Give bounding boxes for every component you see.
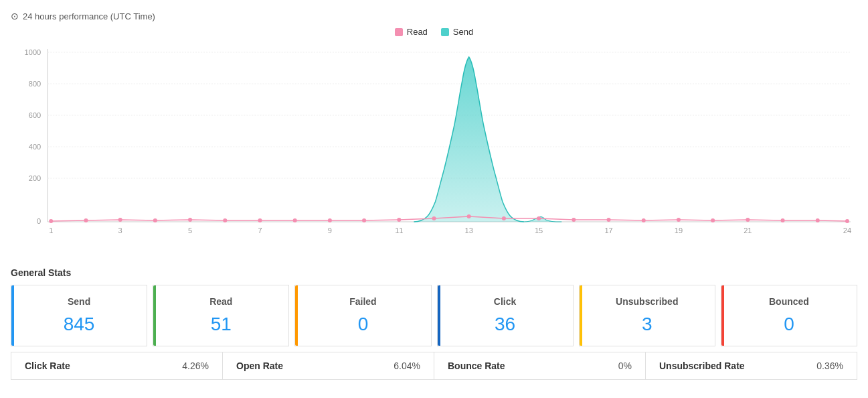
stat-value-unsubscribed: 3 <box>642 314 653 335</box>
stat-value-failed: 0 <box>358 314 369 335</box>
legend-read-label: Read <box>407 27 428 37</box>
click-rate-value: 4.26% <box>182 360 209 371</box>
stat-label-click: Click <box>494 296 516 307</box>
chart-area: 1000 800 600 400 200 0 1 3 5 7 9 11 13 <box>11 42 857 257</box>
svg-text:21: 21 <box>744 226 752 235</box>
stat-label-unsubscribed: Unsubscribed <box>616 296 678 307</box>
stat-label-read: Read <box>209 296 232 307</box>
general-stats-title: General Stats <box>11 267 857 278</box>
stat-card-send: Send 845 <box>11 285 147 346</box>
legend-send-label: Send <box>453 27 473 37</box>
svg-text:9: 9 <box>328 226 332 235</box>
svg-text:13: 13 <box>465 226 473 235</box>
stats-cards: Send 845 Read 51 Failed 0 Click 36 Unsub… <box>11 285 857 346</box>
chart-header: ⊙ 24 hours performance (UTC Time) <box>11 11 857 21</box>
unsub-rate-label: Unsubscribed Rate <box>659 360 745 371</box>
stat-card-bounced: Bounced 0 <box>721 285 857 346</box>
card-border-send <box>11 285 14 346</box>
svg-text:0: 0 <box>37 217 41 225</box>
card-border-bounced <box>721 285 724 346</box>
legend-read: Read <box>395 27 428 37</box>
unsub-rate-value: 0.36% <box>816 360 843 371</box>
card-border-read <box>153 285 156 346</box>
svg-text:11: 11 <box>395 226 403 235</box>
svg-text:600: 600 <box>29 111 41 119</box>
bounce-rate-value: 0% <box>618 360 632 371</box>
svg-text:400: 400 <box>29 143 41 151</box>
bottom-stats: Click Rate 4.26% Open Rate 6.04% Bounce … <box>11 352 857 380</box>
svg-text:800: 800 <box>29 80 41 88</box>
svg-text:24: 24 <box>843 226 851 235</box>
legend-send: Send <box>441 27 473 37</box>
stat-value-send: 845 <box>64 314 95 335</box>
click-rate-label: Click Rate <box>25 360 70 371</box>
stat-card-read: Read 51 <box>153 285 289 346</box>
bottom-stat-open-rate: Open Rate 6.04% <box>223 352 434 379</box>
clock-icon: ⊙ <box>11 11 19 21</box>
bottom-stat-click-rate: Click Rate 4.26% <box>11 352 223 379</box>
stat-value-bounced: 0 <box>784 314 794 335</box>
stat-card-failed: Failed 0 <box>294 285 431 346</box>
bottom-stat-bounce-rate: Bounce Rate 0% <box>434 352 646 379</box>
stat-label-bounced: Bounced <box>769 296 809 307</box>
stat-label-send: Send <box>68 296 90 307</box>
legend-read-dot <box>395 28 403 36</box>
svg-text:200: 200 <box>29 174 41 182</box>
stat-value-read: 51 <box>211 314 232 335</box>
stat-value-click: 36 <box>495 314 515 335</box>
open-rate-value: 6.04% <box>394 360 420 371</box>
performance-chart: 1000 800 600 400 200 0 1 3 5 7 9 11 13 <box>11 42 857 243</box>
svg-text:3: 3 <box>118 226 122 235</box>
chart-legend: Read Send <box>11 27 857 37</box>
bottom-stat-unsub-rate: Unsubscribed Rate 0.36% <box>646 352 857 379</box>
main-container: ⊙ 24 hours performance (UTC Time) Read S… <box>0 0 868 391</box>
card-border-click <box>438 285 440 346</box>
svg-text:1000: 1000 <box>25 48 41 56</box>
legend-send-dot <box>441 28 449 36</box>
stat-card-click: Click 36 <box>437 285 574 346</box>
svg-text:5: 5 <box>188 226 192 235</box>
stat-label-failed: Failed <box>349 296 376 307</box>
chart-title: 24 hours performance (UTC Time) <box>23 11 155 21</box>
bounce-rate-label: Bounce Rate <box>448 360 505 371</box>
card-border-unsubscribed <box>580 285 582 346</box>
svg-text:17: 17 <box>604 226 612 235</box>
card-border-failed <box>295 285 298 346</box>
svg-text:15: 15 <box>535 226 543 235</box>
stat-card-unsubscribed: Unsubscribed 3 <box>579 285 715 346</box>
svg-text:7: 7 <box>258 226 262 235</box>
svg-text:1: 1 <box>49 226 53 235</box>
svg-text:19: 19 <box>675 226 683 235</box>
open-rate-label: Open Rate <box>236 360 283 371</box>
